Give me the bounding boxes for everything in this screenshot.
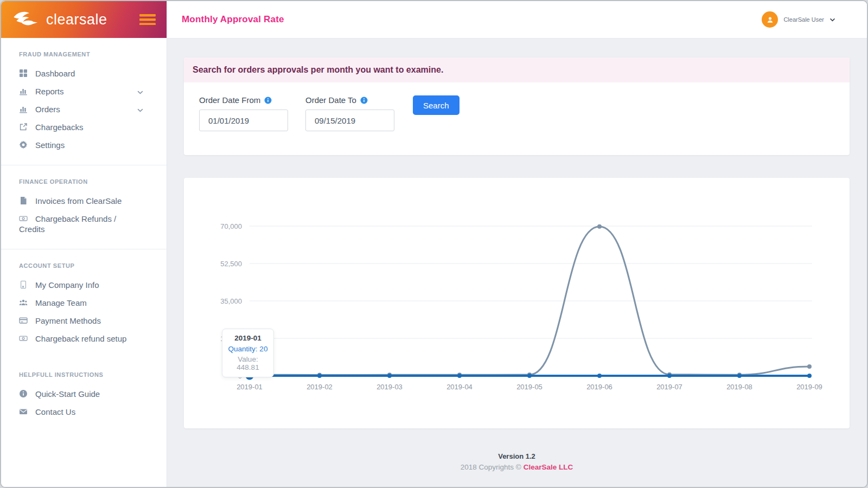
sidebar-item-label: Reports <box>35 87 64 96</box>
bird-logo-icon <box>12 10 41 29</box>
svg-text:52,500: 52,500 <box>220 260 242 268</box>
info-circle-icon <box>19 389 28 398</box>
share-icon <box>19 123 28 131</box>
brand-name: clearsale <box>46 11 107 28</box>
approval-rate-chart[interactable]: 017,50035,00052,50070,0002019-012019-022… <box>184 178 852 428</box>
tooltip-quantity: Quantity: 20 <box>226 345 270 353</box>
chevron-down-icon <box>829 17 835 23</box>
footer-version: Version 1.2 <box>184 452 850 460</box>
order-date-to-input[interactable] <box>305 110 394 131</box>
order-date-to-label: Order Date To <box>305 95 394 105</box>
sidebar-item-label: Chargeback Refunds / Credits <box>19 214 116 234</box>
user-icon <box>766 16 774 24</box>
footer-copyright: 2018 Copyrights ©ClearSale LLC <box>184 463 850 471</box>
sidebar-item-label: Dashboard <box>35 69 75 78</box>
sidebar-section: FRAUD MANAGEMENTDashboardReportsOrdersCh… <box>1 38 167 165</box>
sidebar-item-chargeback-refund-setup[interactable]: Chargeback refund setup <box>1 330 167 348</box>
chart-card: 017,50035,00052,50070,0002019-012019-022… <box>184 178 850 428</box>
app-window: clearsale FRAUD MANAGEMENTDashboardRepor… <box>0 0 868 488</box>
sidebar-item-invoices-from-clearsale[interactable]: Invoices from ClearSale <box>1 192 167 210</box>
order-date-from-field: Order Date From <box>199 95 288 131</box>
clearsale-logo[interactable]: clearsale <box>12 10 107 29</box>
search-panel: Search for orders approvals per month yo… <box>184 57 850 155</box>
order-date-from-label-text: Order Date From <box>199 95 260 105</box>
search-banner-text: Search for orders approvals per month yo… <box>193 65 443 75</box>
chevron-down-icon[interactable] <box>137 106 144 113</box>
sidebar-item-label: Invoices from ClearSale <box>35 196 122 206</box>
info-icon[interactable] <box>264 97 272 104</box>
user-name: ClearSale User <box>783 16 824 23</box>
envelope-icon <box>19 407 28 416</box>
order-date-to-field: Order Date To <box>305 95 394 131</box>
sidebar: clearsale FRAUD MANAGEMENTDashboardRepor… <box>1 1 167 487</box>
sidebar-section: HELPFULL INSTRUCTIONSQuick-Start GuideCo… <box>1 358 167 432</box>
bar-chart-icon <box>19 105 28 113</box>
chevron-down-icon[interactable] <box>137 88 144 95</box>
sidebar-header: clearsale <box>1 1 167 38</box>
svg-text:2019-04: 2019-04 <box>446 383 473 391</box>
svg-text:2019-06: 2019-06 <box>586 383 612 391</box>
svg-text:2019-02: 2019-02 <box>307 383 333 391</box>
dashboard-grid-icon <box>19 69 28 78</box>
copyright-brand[interactable]: ClearSale LLC <box>524 463 573 471</box>
svg-text:2019-03: 2019-03 <box>376 383 403 391</box>
sidebar-section-title: FINANCE OPERATION <box>1 178 167 185</box>
sidebar-section: ACCOUNT SETUPMy Company InfoManage TeamP… <box>1 249 167 358</box>
avatar <box>762 11 778 28</box>
sidebar-item-label: Orders <box>35 105 60 114</box>
sidebar-item-dashboard[interactable]: Dashboard <box>1 65 167 82</box>
tooltip-month: 2019-01 <box>226 334 270 342</box>
sidebar-item-label: My Company Info <box>35 280 99 290</box>
svg-text:2019-07: 2019-07 <box>656 383 682 391</box>
sidebar-item-settings[interactable]: Settings <box>1 136 167 154</box>
svg-text:2019-09: 2019-09 <box>796 383 822 391</box>
credit-card-icon <box>19 316 28 325</box>
company-icon <box>19 280 28 289</box>
sidebar-item-label: Chargeback refund setup <box>35 334 126 343</box>
sidebar-section-title: FRAUD MANAGEMENT <box>1 51 167 57</box>
svg-text:35,000: 35,000 <box>220 297 242 305</box>
info-icon[interactable] <box>360 97 368 104</box>
team-icon <box>19 298 28 307</box>
sidebar-section-title: ACCOUNT SETUP <box>1 262 167 269</box>
sidebar-item-label: Chargebacks <box>35 123 83 132</box>
search-button[interactable]: Search <box>413 95 459 115</box>
gear-icon <box>19 140 28 149</box>
tooltip-value: Value: 448.81 <box>226 355 270 371</box>
sidebar-section-title: HELPFULL INSTRUCTIONS <box>1 371 167 378</box>
svg-text:2019-01: 2019-01 <box>237 383 263 391</box>
sidebar-item-contact-us[interactable]: Contact Us <box>1 403 167 421</box>
invoice-icon <box>19 196 28 205</box>
sidebar-section: FINANCE OPERATIONInvoices from ClearSale… <box>1 165 167 249</box>
sidebar-item-payment-methods[interactable]: Payment Methods <box>1 312 167 330</box>
order-date-from-input[interactable] <box>199 110 288 131</box>
footer: Version 1.2 2018 Copyrights ©ClearSale L… <box>184 452 850 471</box>
page-title: Monthly Approval Rate <box>182 14 284 25</box>
banknote-icon <box>19 214 28 223</box>
topbar: Monthly Approval Rate ClearSale User <box>167 1 867 38</box>
sidebar-item-my-company-info[interactable]: My Company Info <box>1 276 167 294</box>
order-date-to-label-text: Order Date To <box>305 95 356 105</box>
chart-tooltip: 2019-01 Quantity: 20 Value: 448.81 <box>222 329 274 377</box>
sidebar-item-label: Payment Methods <box>35 316 101 325</box>
sidebar-item-label: Quick-Start Guide <box>35 389 100 399</box>
sidebar-item-quick-start-guide[interactable]: Quick-Start Guide <box>1 385 167 403</box>
sidebar-item-reports[interactable]: Reports <box>1 82 167 100</box>
svg-text:2019-05: 2019-05 <box>516 383 542 391</box>
sidebar-item-manage-team[interactable]: Manage Team <box>1 294 167 312</box>
svg-text:2019-08: 2019-08 <box>726 383 752 391</box>
sidebar-item-chargeback-refunds-credits[interactable]: Chargeback Refunds / Credits <box>1 210 167 238</box>
user-menu[interactable]: ClearSale User <box>762 11 835 28</box>
sidebar-item-label: Contact Us <box>35 407 75 416</box>
sidebar-item-orders[interactable]: Orders <box>1 100 167 118</box>
order-date-from-label: Order Date From <box>199 95 288 105</box>
search-banner: Search for orders approvals per month yo… <box>184 57 850 82</box>
sidebar-item-label: Settings <box>35 140 65 150</box>
hamburger-menu-icon[interactable] <box>139 14 156 25</box>
sidebar-nav: FRAUD MANAGEMENTDashboardReportsOrdersCh… <box>1 38 167 432</box>
content: Search for orders approvals per month yo… <box>167 38 867 487</box>
banknote-icon <box>19 334 28 343</box>
sidebar-item-chargebacks[interactable]: Chargebacks <box>1 118 167 136</box>
sidebar-item-label: Manage Team <box>35 298 87 307</box>
search-form: Order Date From Order Date To Search <box>184 82 850 155</box>
